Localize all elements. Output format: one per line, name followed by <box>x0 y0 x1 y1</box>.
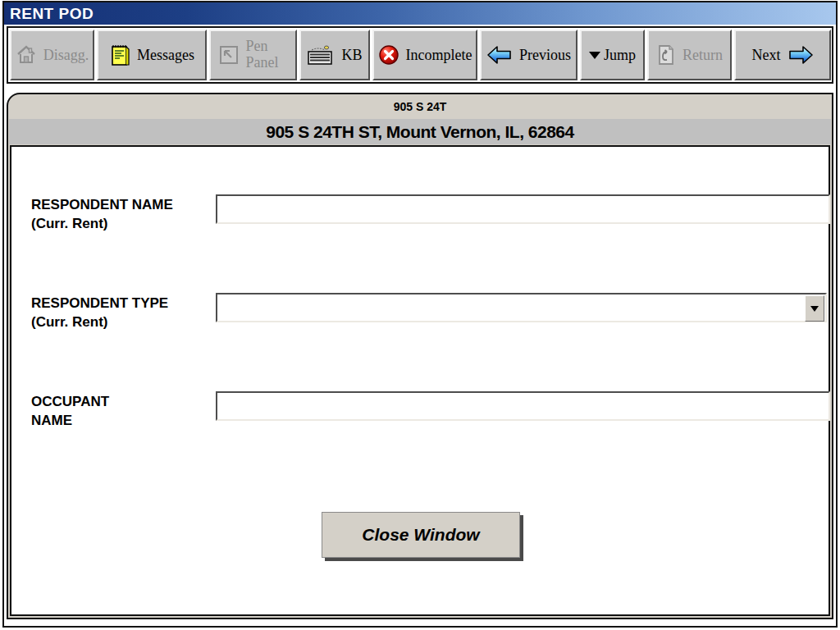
respondent-name-label: RESPONDENT NAME (Curr. Rent) <box>31 195 216 233</box>
return-button-label: Return <box>682 47 723 64</box>
arrow-left-icon <box>486 45 513 65</box>
incomplete-icon <box>378 44 399 66</box>
pen-panel-button-label: Pen Panel <box>246 39 289 71</box>
occupant-name-input[interactable] <box>216 391 830 421</box>
close-window-button-label: Close Window <box>362 525 479 545</box>
pen-panel-icon <box>218 44 240 66</box>
disagg-button[interactable]: Disagg. <box>10 30 94 80</box>
caret-down-icon <box>589 52 600 65</box>
jump-button-label: Jump <box>604 47 636 64</box>
dropdown-button[interactable] <box>805 295 824 322</box>
jump-button[interactable]: Jump <box>580 30 645 80</box>
pod-panel: 905 S 24T 905 S 24TH ST, Mount Vernon, I… <box>7 93 833 619</box>
respondent-name-input[interactable] <box>216 194 830 224</box>
previous-button-label: Previous <box>519 47 571 64</box>
kb-button[interactable]: KB <box>299 30 370 80</box>
chevron-down-icon <box>810 306 819 316</box>
next-button[interactable]: Next <box>734 30 831 80</box>
notepad-icon <box>109 43 130 66</box>
arrow-right-icon <box>788 45 814 65</box>
house-icon <box>16 45 37 65</box>
form-area: RESPONDENT NAME (Curr. Rent) RESPONDENT … <box>10 145 830 616</box>
occupant-name-label: OCCUPANT NAME <box>31 392 216 430</box>
return-button[interactable]: Return <box>647 30 732 80</box>
pod-title: 905 S 24T <box>8 94 832 119</box>
keyboard-icon <box>307 43 335 66</box>
next-button-label: Next <box>752 47 781 64</box>
app-window: RENT POD Disagg. <box>2 1 838 628</box>
messages-button-label: Messages <box>137 47 194 64</box>
incomplete-button[interactable]: Incomplete <box>372 30 477 80</box>
pen-panel-button[interactable]: Pen Panel <box>209 30 297 80</box>
close-window-button[interactable]: Close Window <box>322 512 520 558</box>
title-bar: RENT POD <box>4 2 836 25</box>
window-title: RENT POD <box>10 5 94 23</box>
messages-button[interactable]: Messages <box>97 30 207 80</box>
respondent-type-dropdown[interactable] <box>216 293 827 322</box>
return-icon <box>656 44 676 66</box>
previous-button[interactable]: Previous <box>480 30 578 80</box>
respondent-type-label: RESPONDENT TYPE (Curr. Rent) <box>31 294 216 331</box>
address-header: 905 S 24TH ST, Mount Vernon, IL, 62864 <box>9 119 831 144</box>
incomplete-button-label: Incomplete <box>406 47 472 64</box>
kb-button-label: KB <box>341 47 362 64</box>
toolbar: Disagg. <box>7 26 833 84</box>
disagg-button-label: Disagg. <box>43 47 89 64</box>
